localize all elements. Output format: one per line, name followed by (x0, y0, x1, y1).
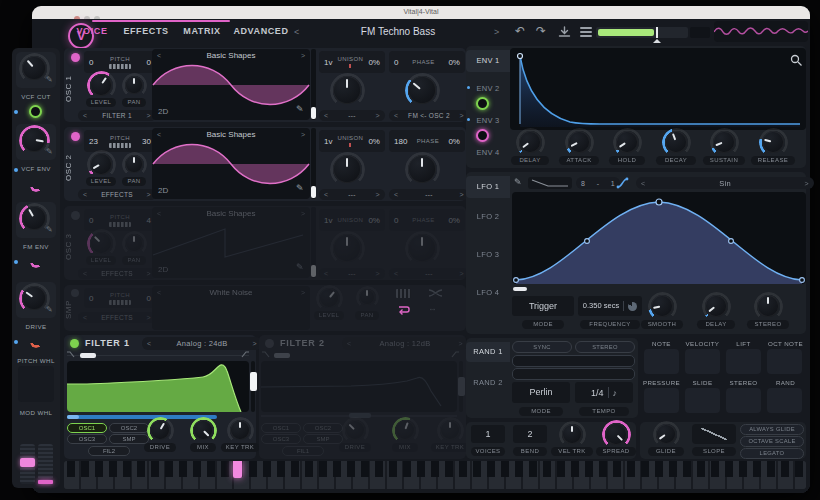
osc1-transpose-value[interactable]: 0 (89, 58, 93, 67)
glide-slope-control[interactable] (692, 424, 736, 444)
osc1-morph-slider[interactable] (311, 49, 316, 120)
bounce-icon[interactable]: ↔ (428, 304, 437, 313)
lfo-delay-knob[interactable] (705, 295, 727, 317)
osc2-pitch-box[interactable]: 23 PITCH 30 (84, 130, 156, 152)
env-hold-knob[interactable] (616, 131, 638, 153)
mod-rand-source[interactable] (767, 388, 802, 413)
mod-note-source[interactable] (644, 349, 679, 374)
osc1-unison-voices[interactable]: 1v (324, 58, 332, 67)
osc1-unison-detune[interactable]: 0% (368, 58, 380, 67)
osc3-phase-box[interactable]: 0 PHASE 0% (389, 209, 465, 231)
env-release-knob[interactable] (762, 131, 784, 153)
smp-sample-display[interactable]: <White Noise> (152, 286, 310, 330)
osc1-wavetable-selector[interactable]: <Basic Shapes> (152, 49, 310, 62)
filter1-model-selector[interactable]: <Analog : 24dB> (142, 337, 262, 350)
sync-type-icon[interactable] (628, 302, 637, 311)
lfo-preset-shape-icon[interactable] (528, 177, 572, 189)
vel-trk-knob[interactable] (562, 424, 582, 444)
osc3-unison-box[interactable]: 1v UNISON 0% (319, 209, 385, 231)
mod-source-dot[interactable] (14, 110, 18, 114)
osc1-level-knob[interactable] (90, 74, 112, 96)
pencil-icon[interactable]: ✎ (46, 306, 53, 314)
mod-octnote-source[interactable] (767, 349, 802, 374)
piano-keyboard[interactable] (64, 461, 806, 489)
smp-sample-selector[interactable]: <White Noise> (152, 286, 310, 299)
filter1-input-osc1[interactable]: OSC1 (67, 423, 107, 433)
osc2-morph-slider[interactable] (311, 128, 316, 199)
tab-advanced[interactable]: ADVANCED (232, 26, 290, 36)
undo-icon[interactable]: ↶ (515, 25, 525, 37)
env3-meter[interactable] (476, 129, 489, 142)
env-delay-knob[interactable] (519, 131, 541, 153)
osc3-wavetable-display[interactable]: <Basic Shapes> 2D ✎ (152, 207, 310, 278)
osc3-enable-button[interactable] (71, 211, 80, 220)
mod-meter-green[interactable] (29, 105, 42, 118)
menu-icon[interactable] (580, 25, 592, 39)
rand-tempo-value[interactable]: 1/4 ♪ (575, 382, 633, 403)
osc2-unison-knob[interactable] (333, 155, 361, 183)
osc1-unison-knob[interactable] (333, 76, 361, 104)
pencil-icon[interactable]: ✎ (296, 263, 304, 272)
lfo-frequency-value[interactable]: 0.350 secs (578, 296, 642, 316)
osc1-wavetable-display[interactable]: <Basic Shapes> 2D ✎ (152, 49, 310, 120)
filter2-model-selector[interactable]: <Analog : 12dB> (342, 337, 468, 350)
save-preset-icon[interactable] (558, 26, 571, 38)
lfo-display[interactable] (512, 192, 806, 284)
rand-sync-button[interactable]: SYNC (512, 341, 572, 353)
preset-prev-icon[interactable]: < (294, 28, 299, 37)
osc3-unison-knob[interactable] (333, 234, 361, 262)
mod-velocity-source[interactable] (685, 349, 720, 374)
osc2-phase-knob[interactable] (408, 155, 436, 183)
mod-stereo-source[interactable] (726, 388, 761, 413)
pencil-icon[interactable]: ✎ (514, 178, 522, 187)
pitch-wheel[interactable] (20, 444, 35, 484)
always-glide-toggle[interactable]: ALWAYS GLIDE (740, 424, 804, 435)
filter1-response-display[interactable] (67, 361, 249, 412)
pitch-wheel-handle[interactable] (20, 458, 35, 467)
smp-pan-knob[interactable] (359, 289, 375, 305)
filter1-mix-knob[interactable] (193, 420, 213, 440)
fm-env-knob[interactable] (22, 206, 46, 230)
filter1-input-osc2[interactable]: OSC2 (109, 423, 149, 433)
tab-env1[interactable]: ENV 1 (466, 50, 510, 72)
tab-voice[interactable]: VOICE (72, 26, 112, 36)
filter2-response-display[interactable] (261, 361, 457, 412)
filter2-input-smp[interactable]: SMP (303, 434, 343, 444)
osc1-phase-value[interactable]: 0 (394, 58, 398, 67)
pencil-icon[interactable]: ✎ (46, 226, 53, 234)
env-sustain-knob[interactable] (713, 131, 735, 153)
tab-matrix[interactable]: MATRIX (180, 26, 224, 36)
osc1-pitch-box[interactable]: 0 PITCH 0 (84, 51, 156, 73)
tab-lfo4[interactable]: LFO 4 (466, 288, 510, 297)
filter1-keytrk-knob[interactable] (230, 420, 250, 440)
filter2-drive-knob[interactable] (345, 420, 365, 440)
filter1-drive-knob[interactable] (150, 420, 170, 440)
env-decay-knob[interactable] (665, 131, 687, 153)
filter1-enable-button[interactable] (70, 339, 79, 348)
filter1-cutoff-slider[interactable] (67, 415, 217, 419)
osc1-routing-selector[interactable]: <FILTER 1> (78, 110, 156, 121)
osc1-phase-random[interactable]: 0% (448, 58, 460, 67)
rand-stereo-button[interactable]: STEREO (575, 341, 635, 353)
lfo-stereo-knob[interactable] (757, 295, 779, 317)
legato-toggle[interactable]: LEGATO (740, 448, 804, 459)
bend-value[interactable]: 2 (513, 425, 547, 443)
osc2-phase-box[interactable]: 180 PHASE 0% (389, 130, 465, 152)
vcf-cut-knob[interactable] (22, 56, 46, 80)
osc2-view-label[interactable]: 2D (158, 186, 168, 195)
osc3-routing-selector[interactable]: <EFFECTS> (78, 268, 156, 279)
tab-effects[interactable]: EFFECTS (122, 26, 170, 36)
tab-lfo1[interactable]: LFO 1 (466, 176, 510, 198)
pencil-icon[interactable]: ✎ (46, 148, 53, 156)
osc3-slot1-selector[interactable]: <---> (319, 268, 385, 279)
voices-value[interactable]: 1 (471, 425, 505, 443)
filter1-blend-handle[interactable] (80, 353, 96, 358)
osc2-enable-button[interactable] (71, 132, 80, 141)
osc3-wavetable-selector[interactable]: <Basic Shapes> (152, 207, 310, 220)
filter2-input-osc3[interactable]: OSC3 (261, 434, 301, 444)
drive-macro-knob[interactable] (22, 286, 46, 310)
redo-icon[interactable]: ↷ (536, 25, 546, 37)
osc3-level-knob[interactable] (90, 232, 112, 254)
keytrack-icon[interactable] (396, 289, 411, 298)
osc2-wavetable-display[interactable]: <Basic Shapes> 2D ✎ (152, 128, 310, 199)
